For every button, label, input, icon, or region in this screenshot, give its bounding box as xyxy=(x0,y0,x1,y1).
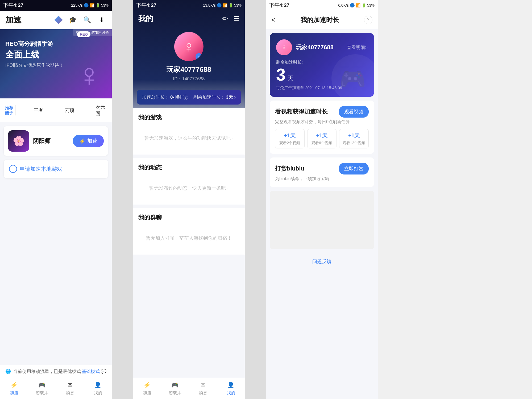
my-groupchat-section: 我的群聊 暂无加入群聊，茫茫人海找到你的归宿！ xyxy=(133,208,245,255)
game-info: 阴阳师 xyxy=(33,137,69,145)
detail-link-label: 查看明细> xyxy=(347,44,368,51)
panel-jiasu: 下午4:27 225K/s 🔵 📶 🔋 53% 加速 🎓 🔍 ⬇ xyxy=(0,0,112,399)
nav-mine-2[interactable]: 👤 我的 xyxy=(217,379,245,398)
search-button[interactable]: 🔍 xyxy=(82,15,92,25)
tip-title: 打赏biubiu xyxy=(275,165,304,173)
apply-local-game[interactable]: + 申请加速本地游戏 xyxy=(4,160,108,178)
status-time-2: 下午4:27 xyxy=(136,2,156,9)
nav-jiasu-1[interactable]: ⚡ 加速 xyxy=(0,379,28,398)
banner[interactable]: REO 看视频获得加速时长 REO高分剧情手游 全面上线 IF剧情分支满足原作党… xyxy=(0,29,112,98)
menu-icon[interactable]: ☰ xyxy=(233,15,239,23)
bluetooth-icon-3: 🔵 xyxy=(350,3,355,8)
nav-gamelist-2[interactable]: 🎮 游戏库 xyxy=(161,379,189,398)
nav-jiasu-2[interactable]: ⚡ 加速 xyxy=(133,379,161,398)
wifi-icon: 📶 xyxy=(90,3,94,7)
detail-link[interactable]: 查看明细> xyxy=(347,44,368,51)
mode-label: 基础模式 xyxy=(82,368,100,375)
notice-text: 当前使用移动流量，已是最优模式 xyxy=(13,368,81,375)
feedback-label: 问题反馈 xyxy=(312,259,331,264)
bottom-notice: 🌐 当前使用移动流量，已是最优模式 基础模式 💬 xyxy=(0,365,112,378)
profile-avatar: ♂ xyxy=(174,32,203,61)
my-feed-empty: 暂无发布过的动态，快去更新一条吧~ xyxy=(138,177,239,199)
profile-section: ♂ 玩家40777688 ID：140777688 xyxy=(133,27,245,90)
diamond-icon xyxy=(54,16,63,24)
banner-line3: IF剧情分支满足原作党期待！ xyxy=(5,62,64,68)
status-time-1: 下午4:27 xyxy=(3,2,23,9)
game-card-yyy: 阴阳师 ⚡ 加速 xyxy=(4,126,108,156)
tip-section: 打赏biubiu 立即打赏 为biubiu续命，回馈加速宝箱 xyxy=(270,157,374,187)
speed-remaining-label: 剩余加速时长： xyxy=(193,94,225,100)
speed-indicator-3: 6.0K/s xyxy=(338,3,349,7)
battery-pct-2: 53% xyxy=(234,3,242,7)
status-icons-1: 225K/s 🔵 📶 🔋 53% xyxy=(71,3,109,8)
category-icon-yunding xyxy=(49,104,63,117)
gamepad-icon: 🎮 xyxy=(339,66,366,92)
nav-gamelist-1[interactable]: 🎮 游戏库 xyxy=(28,379,56,398)
speed-remaining: 剩余加速时长： 3天 › xyxy=(193,94,236,100)
nav-message-1[interactable]: ✉ 消息 xyxy=(56,379,84,398)
globe-icon: 🌐 xyxy=(5,369,11,374)
battery-pct-3: 53% xyxy=(367,3,375,7)
p2-header-icons: ✏ ☰ xyxy=(222,15,239,23)
reward-item-2: +1天 观看6个视频 xyxy=(307,129,337,148)
game-icon-yyy xyxy=(8,130,29,152)
back-button[interactable]: < xyxy=(271,16,276,24)
watch-video-button[interactable]: 观看视频 xyxy=(339,106,369,118)
category-label-zhangzhe: 王者 xyxy=(34,107,43,114)
diamond-button[interactable] xyxy=(54,15,63,25)
edit-icon[interactable]: ✏ xyxy=(222,15,228,23)
nav-mine-1[interactable]: 👤 我的 xyxy=(84,379,112,398)
message-nav-icon-2: ✉ xyxy=(199,381,207,389)
p3-username: 玩家40777688 xyxy=(296,43,334,51)
plus-icon: + xyxy=(9,165,17,173)
hat-button[interactable]: 🎓 xyxy=(68,15,78,25)
apply-label: 申请加速本地游戏 xyxy=(20,165,62,173)
help-button[interactable]: ? xyxy=(364,16,372,24)
panel-mine: 下午4:27 13.8K/s 🔵 📶 🔋 53% 我的 ✏ ☰ ♂ 玩家4077… xyxy=(133,0,245,399)
category-label-ciyuan: 次元圈 xyxy=(95,104,107,117)
tip-button[interactable]: 立即打赏 xyxy=(339,163,369,174)
nav-label-gamelist-2: 游戏库 xyxy=(169,390,181,396)
speed-indicator-2: 13.8K/s xyxy=(203,3,215,7)
help-circle-icon: ? xyxy=(183,95,188,100)
speed-bar[interactable]: 加速总时长： 0小时 ? 剩余加速时长： 3天 › xyxy=(137,90,241,105)
category-ciyuan[interactable]: 次元圈 xyxy=(78,104,109,117)
category-row: 推荐 圈子 王者 云顶 次元圈 xyxy=(0,98,112,122)
my-feed-section: 我的动态 暂无发布过的动态，快去更新一条吧~ xyxy=(133,158,245,205)
user-left: ♀ 玩家40777688 xyxy=(276,39,334,55)
nav-label-message-1: 消息 xyxy=(66,390,74,396)
banner-line1: REO高分剧情手游 xyxy=(5,40,64,48)
profile-name: 玩家40777688 xyxy=(167,65,211,74)
reward-task-2: 观看6个视频 xyxy=(310,141,334,146)
category-yunding[interactable]: 云顶 xyxy=(47,104,78,117)
jiasu-nav-icon-2: ⚡ xyxy=(143,381,151,389)
status-bar-2: 下午4:27 13.8K/s 🔵 📶 🔋 53% xyxy=(133,0,245,11)
reward-plus-1: +1天 xyxy=(278,132,302,139)
hat-icon: 🎓 xyxy=(69,16,77,24)
mode-link[interactable]: 基础模式 💬 xyxy=(82,368,106,375)
nav-message-2[interactable]: ✉ 消息 xyxy=(189,379,217,398)
accelerate-button[interactable]: ⚡ 加速 xyxy=(73,135,104,147)
days-number: 3 xyxy=(276,66,286,83)
mine-nav-icon-1: 👤 xyxy=(94,381,102,389)
my-feed-title: 我的动态 xyxy=(138,164,239,172)
battery-icon-2: 🔋 xyxy=(228,3,233,7)
jiasu-nav-icon-1: ⚡ xyxy=(10,381,18,389)
rec-circle-tag: 推荐 圈子 xyxy=(3,105,16,115)
category-zhangzhe[interactable]: 王者 xyxy=(16,104,47,117)
wifi-icon-3: 📶 xyxy=(356,3,360,7)
battery-icon-3: 🔋 xyxy=(361,3,366,7)
download-button[interactable]: ⬇ xyxy=(97,15,106,25)
reward-item-1: +1天 观看2个视频 xyxy=(275,129,305,148)
p2-title: 我的 xyxy=(138,14,153,24)
feedback-link[interactable]: 问题反馈 xyxy=(266,253,378,270)
remaining-label: 剩余加速时长: xyxy=(276,60,368,65)
speed-total-label: 加速总时长： xyxy=(142,94,169,100)
bottom-nav-2: ⚡ 加速 🎮 游戏库 ✉ 消息 👤 我的 xyxy=(133,378,245,399)
search-icon: 🔍 xyxy=(83,16,91,24)
message-nav-icon-1: ✉ xyxy=(66,381,74,389)
p3-avatar: ♀ xyxy=(276,39,292,55)
video-section: 看视频获得加速时长 观看视频 完整观看视频才计数，每日0点刷新任务 +1天 观看… xyxy=(270,101,374,154)
status-time-3: 下午4:27 xyxy=(269,2,289,9)
status-bar-1: 下午4:27 225K/s 🔵 📶 🔋 53% xyxy=(0,0,112,11)
